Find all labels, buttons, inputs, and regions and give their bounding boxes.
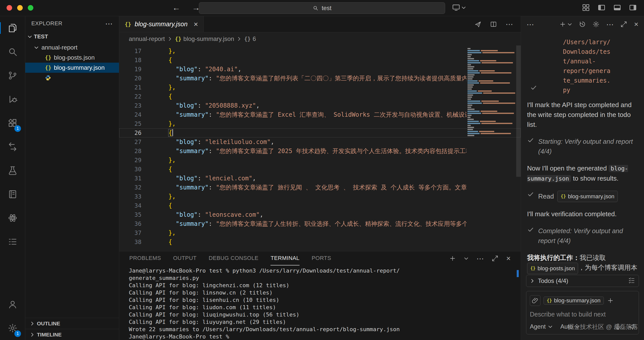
panel-tab-terminal[interactable]: TERMINAL — [270, 251, 299, 265]
chat-input[interactable] — [530, 309, 635, 320]
toggle-primary-sidebar-icon[interactable] — [598, 4, 606, 12]
maximize-panel-icon[interactable] — [491, 255, 499, 262]
checklist-icon[interactable] — [628, 277, 635, 284]
attachment-chip-blog-summary[interactable]: {} blog-summary.json — [543, 297, 604, 305]
toggle-secondary-sidebar-icon[interactable] — [629, 4, 637, 12]
timeline-section-header[interactable]: TIMELINE — [25, 329, 119, 340]
gear-icon[interactable] — [592, 21, 600, 28]
activitybar-testing[interactable] — [0, 159, 25, 182]
code-line-28[interactable]: 28 "summary": "您的博客文章涵盖了 2025 年技术趋势、开发实践… — [119, 147, 521, 156]
activitybar-sync[interactable] — [0, 135, 25, 159]
chevron-right-icon — [30, 332, 35, 337]
chevron-down-icon[interactable] — [464, 256, 469, 261]
todo-status-starting: Starting: Verify output and report (4/4) — [527, 137, 638, 156]
code-line-33[interactable]: 33 }, — [119, 192, 521, 201]
close-window-button[interactable] — [7, 5, 12, 11]
new-chat-button[interactable] — [559, 21, 572, 28]
panel-tab-debug-console[interactable]: DEBUG CONSOLE — [209, 251, 258, 265]
breadcrumb-symbol[interactable]: {} 6 — [244, 35, 256, 42]
tree-item-blog-posts-json[interactable]: {} blog-posts.json — [25, 53, 119, 63]
activitybar-jupyter[interactable] — [0, 206, 25, 230]
editor-tab-blog-summary-json[interactable]: {} blog-summary.json × — [119, 16, 204, 32]
code-line-31[interactable]: 31 "blog": "lenciel.com", — [119, 174, 521, 183]
activitybar-search[interactable] — [0, 40, 25, 64]
code-line-25[interactable]: 25 }, — [119, 119, 521, 128]
activitybar-settings[interactable]: 1 — [0, 316, 25, 340]
model-picker[interactable]: Auto — [560, 323, 580, 330]
code-line-34[interactable]: 34 { — [119, 201, 521, 210]
screen-mode-selector[interactable] — [452, 4, 466, 12]
activitybar-extensions[interactable]: 1 — [0, 111, 25, 135]
add-attachment-button[interactable] — [607, 297, 614, 304]
activitybar-notebook[interactable] — [0, 182, 25, 206]
history-icon[interactable] — [579, 21, 586, 28]
file-chip-blog-posts[interactable]: {}blog-posts.json — [527, 263, 578, 274]
workspace-section-header[interactable]: TEST — [25, 31, 119, 42]
chat-overflow-icon[interactable]: ⋯ — [606, 20, 614, 29]
code-line-23[interactable]: 23 "blog": "20508888.xyz", — [119, 101, 521, 110]
code-line-27[interactable]: 27 "blog": "leileiluoluo.com", — [119, 137, 521, 147]
breadcrumb-folder[interactable]: annual-report — [129, 35, 165, 42]
search-icon — [8, 47, 18, 57]
send-icon[interactable] — [628, 323, 635, 330]
code-line-22[interactable]: 22 { — [119, 92, 521, 101]
code-line-30[interactable]: 30 { — [119, 165, 521, 174]
chat-more-actions-icon[interactable]: ⋯ — [527, 20, 534, 29]
customize-layout-icon[interactable] — [582, 4, 590, 12]
panel-tab-problems[interactable]: PROBLEMS — [129, 251, 161, 265]
code-line-17[interactable]: 17 }, — [119, 46, 521, 56]
code-line-24[interactable]: 24 "summary": "您的博客文章涵盖了 Excel 汇率查询、 Sol… — [119, 110, 521, 119]
code-line-32[interactable]: 32 "summary": "您的博客文章涵盖了 旅行见闻 、 文化思考 、 技… — [119, 183, 521, 192]
activitybar-run-debug[interactable] — [0, 87, 25, 111]
line-number: 31 — [119, 174, 141, 183]
close-tab-icon[interactable]: × — [194, 20, 198, 29]
code-line-26[interactable]: 26 { — [119, 128, 521, 137]
back-button[interactable]: ← — [172, 3, 180, 12]
minimap-row — [466, 123, 515, 124]
split-editor-icon[interactable] — [490, 21, 497, 28]
toggle-panel-icon[interactable] — [613, 4, 621, 12]
minimap[interactable] — [466, 48, 515, 137]
code-line-38[interactable]: 38 { — [119, 237, 521, 247]
close-panel-icon[interactable]: × — [506, 254, 511, 263]
explorer-more-actions-icon[interactable]: ⋯ — [105, 19, 113, 28]
code-line-37[interactable]: 37 }, — [119, 228, 521, 237]
panel-tab-output[interactable]: OUTPUT — [173, 251, 196, 265]
zoom-window-button[interactable] — [28, 5, 33, 11]
share-icon[interactable] — [474, 21, 481, 28]
panel-more-actions-icon[interactable]: ⋯ — [476, 254, 484, 263]
expand-icon[interactable] — [620, 21, 627, 28]
minimize-window-button[interactable] — [17, 5, 23, 11]
terminal-scrollbar[interactable] — [517, 270, 519, 277]
tree-item-annual-report[interactable]: annual-report — [25, 42, 119, 53]
code-line-36[interactable]: 36 "summary": "您的博客文章涵盖了人生转折、职业选择、个人成长、精… — [119, 219, 521, 228]
code-line-21[interactable]: 21 }, — [119, 83, 521, 92]
attach-context-button[interactable] — [530, 295, 540, 306]
file-chip-blog-summary[interactable]: {} blog-summary.json — [557, 191, 618, 202]
microphone-icon[interactable] — [614, 323, 622, 330]
activitybar-explorer[interactable] — [0, 16, 25, 40]
agent-mode-picker[interactable]: Agent — [530, 323, 553, 330]
new-terminal-icon[interactable] — [449, 255, 456, 262]
command-center-search[interactable]: test — [199, 2, 445, 14]
breadcrumb-file[interactable]: {} blog-summary.json — [175, 35, 234, 42]
tree-item-blog-summary-json[interactable]: {} blog-summary.json — [25, 63, 119, 73]
activitybar-source-control[interactable] — [0, 64, 25, 87]
code-line-18[interactable]: 18 { — [119, 56, 521, 65]
editor-scrollbar[interactable] — [516, 45, 521, 177]
editor-more-actions-icon[interactable]: ⋯ — [506, 20, 513, 29]
line-number: 30 — [119, 165, 141, 174]
activitybar-list-tree[interactable] — [0, 230, 25, 254]
tree-item-generate-summaries-py[interactable] — [25, 73, 119, 83]
code-line-19[interactable]: 19 "blog": "2040.ai", — [119, 65, 521, 74]
code-line-29[interactable]: 29 }, — [119, 156, 521, 165]
todos-panel[interactable]: Todos (4/4) — [526, 275, 639, 287]
code-editor[interactable]: 17 },18 {19 "blog": "2040.ai",20 "summar… — [119, 45, 521, 251]
terminal[interactable]: Jane@larrys-MacBook-Pro test % python3 /… — [119, 265, 521, 340]
panel-tab-ports[interactable]: PORTS — [312, 251, 331, 265]
code-line-20[interactable]: 20 "summary": "您的博客文章涵盖了邮件列表「二〇四〇」第三季的开启… — [119, 74, 521, 83]
outline-section-header[interactable]: OUTLINE — [25, 318, 119, 329]
close-chat-icon[interactable]: × — [634, 20, 638, 29]
activitybar-accounts[interactable] — [0, 293, 25, 316]
code-line-35[interactable]: 35 "blog": "leonscave.com", — [119, 210, 521, 219]
